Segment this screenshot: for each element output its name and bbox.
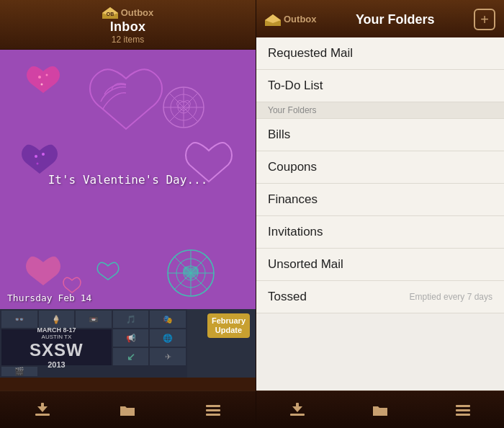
- section-label: Your Folders: [268, 105, 317, 115]
- right-toolbar-download-btn[interactable]: [276, 394, 319, 426]
- folder-item-tossed[interactable]: Tossed Emptied every 7 days: [256, 281, 504, 313]
- folder-item-bills[interactable]: Bills: [256, 119, 504, 151]
- sxsw-label: SXSW: [30, 340, 84, 360]
- folder-item-invitations[interactable]: Invitations: [256, 216, 504, 249]
- svg-point-6: [41, 84, 43, 86]
- your-folders-section-header: Your Folders: [256, 102, 504, 119]
- folder-name: To-Do List: [268, 79, 323, 93]
- svg-point-9: [37, 163, 39, 165]
- right-download-icon: [288, 401, 307, 419]
- folder-item-todo-list[interactable]: To-Do List: [256, 70, 504, 102]
- date-label: Thursday Feb 14: [7, 293, 91, 303]
- folders-list: Requested Mail To-Do List Your Folders B…: [256, 37, 504, 391]
- left-toolbar-list-btn[interactable]: [192, 394, 235, 426]
- svg-rect-28: [206, 409, 220, 411]
- svg-rect-32: [290, 414, 305, 416]
- right-toolbar-folder-btn[interactable]: [359, 394, 402, 426]
- svg-rect-34: [296, 403, 299, 410]
- right-title: Your Folders: [356, 12, 435, 27]
- right-header-center: Your Folders: [356, 12, 435, 27]
- left-panel: OB Outbox Inbox 12 items: [0, 0, 256, 428]
- svg-rect-29: [206, 414, 220, 416]
- svg-rect-27: [206, 405, 220, 407]
- folder-note: Emptied every 7 days: [410, 292, 492, 302]
- svg-point-7: [35, 155, 37, 158]
- svg-rect-24: [35, 414, 50, 416]
- folder-name: Requested Mail: [268, 46, 353, 61]
- folder-name: Coupons: [268, 160, 317, 174]
- right-list-icon: [454, 401, 472, 419]
- folder-item-unsorted-mail[interactable]: Unsorted Mail: [256, 249, 504, 281]
- valentines-card[interactable]: It's Valentine's Day... Thursday Feb 14: [0, 50, 256, 309]
- left-toolbar-download-btn[interactable]: [21, 394, 64, 426]
- right-toolbar: [256, 391, 504, 428]
- svg-rect-35: [456, 405, 470, 407]
- folder-item-coupons[interactable]: Coupons: [256, 151, 504, 184]
- left-header: OB Outbox Inbox 12 items: [0, 0, 256, 50]
- logo-text: Outbox: [121, 7, 154, 18]
- left-content: It's Valentine's Day... Thursday Feb 14 …: [0, 50, 256, 391]
- right-logo-text: Outbox: [284, 14, 317, 24]
- svg-rect-36: [456, 409, 470, 411]
- folder-name: Finances: [268, 192, 318, 207]
- right-outbox-logo: Outbox: [265, 13, 317, 26]
- folder-icon: [118, 401, 137, 419]
- inbox-subtitle: 12 items: [112, 35, 144, 45]
- sxsw-thumbnail[interactable]: 👓 🍦 📼 🎵 🎭 MARCH 8-17 AUSTIN TX SXSW 2013…: [0, 309, 187, 378]
- svg-rect-37: [456, 414, 470, 416]
- folder-name: Tossed: [268, 290, 307, 304]
- left-toolbar: [0, 391, 256, 428]
- march-label: MARCH 8-17: [37, 326, 76, 334]
- list-icon: [204, 401, 222, 419]
- outbox-logo: OB Outbox: [102, 6, 154, 19]
- svg-text:OB: OB: [107, 12, 114, 17]
- add-folder-button[interactable]: +: [474, 9, 495, 30]
- folder-item-requested-mail[interactable]: Requested Mail: [256, 37, 504, 70]
- right-toolbar-list-btn[interactable]: [441, 394, 485, 426]
- svg-point-5: [46, 74, 48, 76]
- folder-name: Invitations: [268, 225, 323, 239]
- feb-update-badge: February Update: [207, 313, 250, 338]
- right-folder-icon: [371, 401, 390, 419]
- right-header: Outbox Your Folders +: [256, 0, 504, 37]
- right-logo-icon: [265, 13, 281, 26]
- left-toolbar-folder-btn[interactable]: [106, 394, 149, 426]
- austin-label: AUSTIN TX: [42, 334, 72, 340]
- svg-point-8: [42, 153, 45, 156]
- right-panel: Outbox Your Folders + Requested Mail To-…: [256, 0, 504, 428]
- year-label: 2013: [48, 360, 65, 369]
- outbox-logo-icon: OB: [102, 6, 118, 19]
- folder-name: Unsorted Mail: [268, 257, 343, 272]
- valentines-text: It's Valentine's Day...: [48, 173, 208, 187]
- svg-point-4: [38, 76, 41, 79]
- download-icon: [33, 401, 52, 419]
- folder-item-finances[interactable]: Finances: [256, 184, 504, 216]
- folder-name: Bills: [268, 128, 290, 142]
- inbox-title: Inbox: [110, 19, 146, 35]
- svg-rect-26: [41, 403, 44, 410]
- thumbnail-side: February Update: [187, 309, 256, 378]
- thumbnail-row: 👓 🍦 📼 🎵 🎭 MARCH 8-17 AUSTIN TX SXSW 2013…: [0, 309, 256, 378]
